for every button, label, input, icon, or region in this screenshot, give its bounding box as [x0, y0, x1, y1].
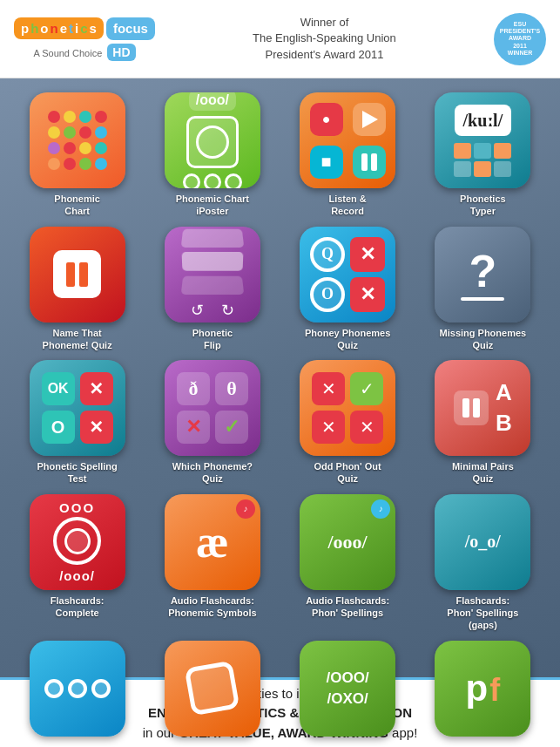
flashcards-complete-icon: OOO /ooo/	[30, 494, 125, 590]
orange-shape-icon	[165, 641, 260, 737]
app-ooo-blue[interactable]	[14, 641, 140, 741]
audio-badge: ♪	[236, 499, 255, 519]
minimal-pairs-icon: A B	[435, 360, 530, 456]
app-phonetic-flip[interactable]: ↺ ↻ PhoneticFlip	[149, 227, 275, 352]
app-pf-green[interactable]: p f	[420, 641, 546, 741]
logo-area: p h o n e t i c s focus A Sound Choice H…	[14, 17, 155, 61]
app-phoney-phonemes[interactable]: Q ✕ O ✕ Phoney PhonemesQuiz	[285, 227, 411, 352]
app-missing-phonemes[interactable]: ? Missing PhonemesQuiz	[420, 227, 546, 352]
app-listen-record[interactable]: ● ■ Listen &Record	[285, 92, 411, 218]
audio-phonemic-icon: ♪ æ	[165, 494, 260, 590]
phoney-phonemes-icon: Q ✕ O ✕	[300, 227, 395, 323]
main-area: PhonemicChart /ooo/ Phonemic ChartiPoste	[0, 78, 560, 677]
audio-spellings-icon: ♪ /ooo/	[300, 494, 395, 590]
audio-phonemic-label: Audio Flashcards:Phonemic Symbols	[168, 594, 256, 620]
hd-badge: HD	[107, 44, 135, 61]
phonemic-chart-icon	[30, 92, 125, 188]
app-flashcards-complete[interactable]: OOO /ooo/ Flashcards:Complete	[14, 494, 140, 632]
audio-badge-blue: ♪	[371, 499, 390, 519]
app-slash-ooo-oxo[interactable]: /OOO/ /OXO/	[285, 641, 411, 741]
odd-phon-out-icon: ✕ ✓ ✕ ✕	[300, 360, 395, 456]
app-phonetics-typer[interactable]: /kuːl/ PhoneticsTyper	[420, 92, 546, 218]
flashcards-gaps-label: Flashcards:Phon' Spellings (gaps)	[435, 594, 530, 632]
name-phoneme-icon	[30, 227, 125, 323]
logo-sub: A Sound Choice	[33, 48, 102, 58]
listen-record-icon: ● ■	[300, 92, 395, 188]
phonemic-chart-label: PhonemicChart	[54, 193, 100, 218]
audio-spellings-label: Audio Flashcards:Phon' Spellings	[306, 594, 389, 620]
app-odd-phon-out[interactable]: ✕ ✓ ✕ ✕ Odd Phon' OutQuiz	[285, 360, 411, 486]
logo-top: p h o n e t i c s focus	[14, 17, 155, 40]
which-phoneme-icon: ð θ ✕ ✓	[165, 360, 260, 456]
app-audio-spellings[interactable]: ♪ /ooo/ Audio Flashcards:Phon' Spellings	[285, 494, 411, 632]
phonetic-flip-icon: ↺ ↻	[165, 227, 260, 323]
spelling-test-icon: OK ✕ O ✕	[30, 360, 125, 456]
ooo-blue-icon	[30, 641, 125, 737]
app-minimal-pairs[interactable]: A B Minimal PairsQuiz	[420, 360, 546, 486]
pf-icon: p f	[435, 641, 530, 737]
app-spelling-test[interactable]: OK ✕ O ✕ Phonetic SpellingTest	[14, 360, 140, 486]
iposter-label: Phonemic ChartiPoster	[176, 193, 249, 218]
logo-focus: focus	[106, 17, 155, 40]
flashcards-complete-label: Flashcards:Complete	[51, 594, 105, 620]
app-name-phoneme[interactable]: Name ThatPhoneme! Quiz	[14, 227, 140, 352]
which-phoneme-label: Which Phoneme?Quiz	[172, 460, 253, 486]
listen-record-label: Listen &Record	[328, 193, 366, 218]
missing-phonemes-icon: ?	[435, 227, 530, 323]
minimal-pairs-label: Minimal PairsQuiz	[452, 460, 514, 486]
app-orange-shape[interactable]	[149, 641, 275, 741]
phonetic-flip-label: PhoneticFlip	[192, 327, 233, 352]
missing-phonemes-label: Missing PhonemesQuiz	[440, 327, 527, 352]
flashcards-gaps-icon: /o_o/	[435, 494, 530, 590]
app-iposter[interactable]: /ooo/ Phonemic ChartiPoster	[149, 92, 275, 218]
app-flashcards-gaps[interactable]: /o_o/ Flashcards:Phon' Spellings (gaps)	[420, 494, 546, 632]
odd-phon-out-label: Odd Phon' OutQuiz	[314, 460, 381, 486]
esu-badge: ESU PRESIDENT'S AWARD 2011 Winner	[494, 13, 546, 65]
phonetics-typer-icon: /kuːl/	[435, 92, 530, 188]
spelling-test-label: Phonetic SpellingTest	[37, 460, 117, 486]
phoney-phonemes-label: Phoney PhonemesQuiz	[305, 327, 390, 352]
slash-ooo-icon: /OOO/ /OXO/	[300, 641, 395, 737]
app-which-phoneme[interactable]: ð θ ✕ ✓ Which Phoneme?Quiz	[149, 360, 275, 486]
award-text: Winner of The English-Speaking Union Pre…	[253, 15, 396, 63]
name-phoneme-label: Name ThatPhoneme! Quiz	[43, 327, 112, 352]
logo-phonetics: p h o n e t i c s	[14, 17, 104, 39]
iposter-icon: /ooo/	[165, 92, 260, 188]
app-grid: PhonemicChart /ooo/ Phonemic ChartiPoste	[10, 89, 550, 744]
phonetics-typer-label: PhoneticsTyper	[460, 193, 506, 218]
app-audio-phonemic[interactable]: ♪ æ Audio Flashcards:Phonemic Symbols	[149, 494, 275, 632]
app-phonemic-chart[interactable]: PhonemicChart	[14, 92, 140, 218]
app-header: p h o n e t i c s focus A Sound Choice H…	[0, 0, 560, 78]
